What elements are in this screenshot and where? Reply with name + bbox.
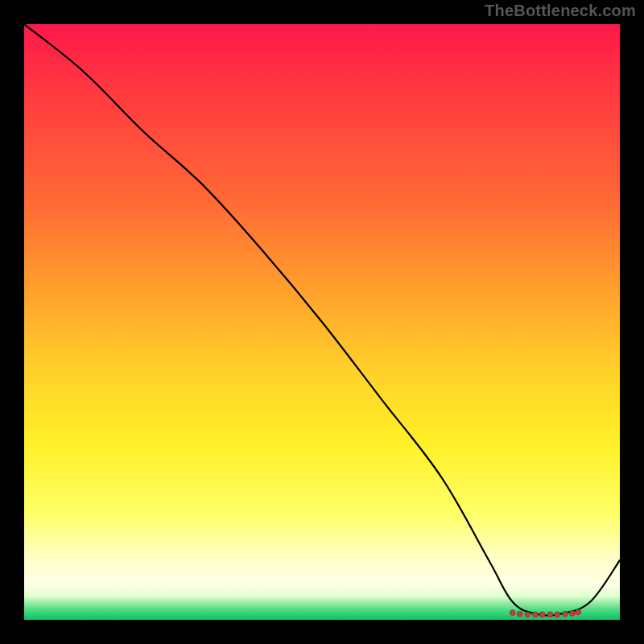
optimal-dot bbox=[576, 609, 581, 615]
optimal-dot bbox=[569, 611, 575, 617]
chart-frame: TheBottleneck.com bbox=[0, 0, 644, 644]
optimal-dot bbox=[525, 612, 530, 617]
optimal-dot bbox=[555, 612, 560, 617]
optimal-dot bbox=[563, 611, 568, 617]
optimal-dot bbox=[547, 612, 553, 617]
bottleneck-curve bbox=[24, 24, 620, 616]
optimal-dot bbox=[517, 611, 522, 617]
plot-svg bbox=[24, 24, 620, 620]
optimal-dot bbox=[539, 612, 545, 617]
optimal-dot bbox=[510, 610, 515, 616]
plot-area bbox=[24, 24, 620, 620]
optimal-dot bbox=[533, 612, 539, 617]
watermark-text: TheBottleneck.com bbox=[485, 2, 636, 20]
